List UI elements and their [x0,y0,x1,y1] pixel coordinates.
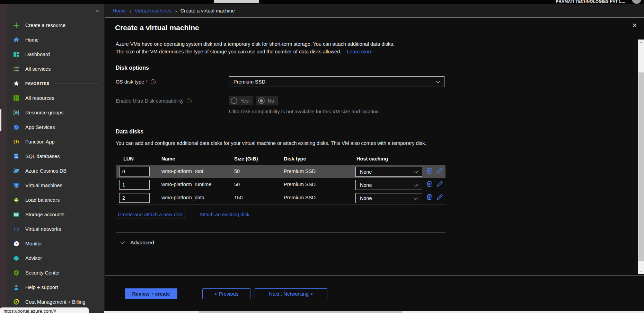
edit-disk-icon[interactable] [436,180,443,188]
sidebar-item-function-app[interactable]: Function App [7,134,104,149]
advanced-toggle[interactable]: Advanced [116,233,445,253]
intro-line-1: Azure VMs have one operating system disk… [116,41,394,47]
host-caching-dropdown[interactable]: None [355,167,422,177]
divider [116,253,445,253]
data-disks-heading: Data disks [116,129,638,135]
dashboard-icon [13,51,19,58]
delete-disk-icon[interactable] [426,193,433,201]
storage-icon [13,211,19,218]
sidebar-item-monitor[interactable]: Monitor [7,236,104,251]
os-disk-type-dropdown[interactable]: Premium SSD [229,76,444,87]
sidebar-item-app-services[interactable]: App Services [7,120,104,134]
attach-existing-disk-link[interactable]: Attach an existing disk [200,212,249,217]
scroll-down-icon[interactable]: ▼ [638,269,644,274]
ultra-disk-no-radio[interactable]: No [256,96,279,105]
sidebar-section-favorites: FAVORITES [7,76,104,91]
sidebar-item-label: Resource groups [25,110,63,115]
lun-input[interactable] [119,167,150,176]
avatar[interactable] [632,0,641,4]
intro-text: Azure VMs have one operating system disk… [116,40,492,55]
disk-options-heading: Disk options [116,65,638,71]
sidebar-item-storage-accounts[interactable]: Storage accounts [7,207,104,222]
star-icon [13,80,19,87]
sidebar-item-label: Help + support [25,285,58,290]
sidebar-item-advisor[interactable]: Advisor [7,251,104,266]
create-vm-blade: Create a virtual machine ✕ Azure VMs hav… [105,17,644,313]
sidebar-item-virtual-networks[interactable]: Virtual networks [7,222,104,236]
grid-icon [13,95,19,101]
sidebar-item-label: Cost Management + Billing [25,299,86,305]
radio-icon [231,97,237,104]
sidebar-item-security-center[interactable]: Security Center [7,266,104,280]
sidebar-item-dashboard[interactable]: Dashboard [7,47,104,62]
host-caching-dropdown[interactable]: None [355,193,422,203]
vm-monitor-icon [13,182,19,189]
status-url-tooltip: https://portal.azure.com/# [0,307,89,313]
sidebar-item-label: Advisor [25,255,42,261]
horizontal-scrollbar[interactable] [104,311,644,313]
sidebar-item-label: Dashboard [25,52,50,57]
vertical-scrollbar[interactable]: ▲ ▼ [638,40,644,274]
previous-button[interactable]: < Previous [202,288,250,299]
delete-disk-icon[interactable] [426,167,433,174]
sidebar-item-load-balancers[interactable]: Load balancers [7,193,104,207]
sidebar-item-azure-cosmos-db[interactable]: Azure Cosmos DB [7,164,104,178]
ultra-disk-yes-radio[interactable]: Yes [229,96,253,105]
sidebar-item-cost-management[interactable]: $ Cost Management + Billing [7,295,104,309]
learn-more-link[interactable]: Learn more [347,49,372,54]
sidebar-item-label: App Services [25,124,55,130]
disk-size: 50 [234,182,240,187]
ultra-disk-label-col: Enable Ultra Disk compatibility i [116,98,229,104]
planet-icon [13,168,19,174]
sidebar-item-help-support[interactable]: Help + support [7,280,104,295]
blade-content: Azure VMs have one operating system disk… [105,40,638,275]
horizontal-scrollbar-thumb[interactable] [199,311,402,313]
list-icon [13,66,19,72]
lun-input[interactable] [119,180,150,190]
edit-disk-icon[interactable] [436,167,443,174]
info-icon[interactable]: i [187,98,192,103]
scrollbar-thumb[interactable] [638,72,644,261]
sidebar-item-label: All services [25,66,51,72]
info-icon[interactable]: i [151,79,156,84]
sidebar-item-sql-databases[interactable]: SQL SQL databases [7,149,104,164]
next-networking-button[interactable]: Next : Networking > [255,288,327,299]
data-disks-description: You can add and configure additional dat… [116,139,440,147]
lun-input[interactable] [119,193,150,203]
sidebar-item-all-resources[interactable]: All resources [7,91,104,105]
column-header-lun: LUN [123,156,134,162]
host-caching-dropdown[interactable]: None [355,180,422,190]
vnet-icon [13,226,19,232]
disk-links-row: Create and attach a new disk Attach an e… [116,211,638,218]
breadcrumb-home-link[interactable]: Home [113,8,126,14]
scroll-up-icon[interactable]: ▲ [638,40,644,45]
sidebar-item-label: Function App [25,139,55,145]
sidebar-item-home[interactable]: Home [7,33,104,47]
edit-disk-icon[interactable] [436,193,443,201]
sidebar-item-create-a-resource[interactable]: Create a resource [7,18,104,33]
breadcrumb: Home › Virtual machines › Create a virtu… [104,4,644,17]
search-box-partial[interactable] [214,0,259,3]
blade-footer: Review + create < Previous Next : Networ… [105,275,644,313]
sidebar-item-all-services[interactable]: All services [7,62,104,76]
sidebar-collapse-button[interactable]: « [96,8,99,14]
create-attach-new-disk-link[interactable]: Create and attach a new disk [116,211,185,218]
close-icon[interactable]: ✕ [632,22,637,29]
cost-ring-icon: $ [13,299,19,305]
chevron-right-icon: › [130,7,131,14]
os-disk-type-label-col: OS disk type* i [116,79,229,85]
breadcrumb-virtual-machines-link[interactable]: Virtual machines [135,8,172,14]
sidebar-item-label: Virtual machines [25,183,62,188]
delete-disk-icon[interactable] [426,180,433,188]
gauge-icon [13,241,19,247]
column-header-name: Name [161,156,175,162]
sidebar-item-virtual-machines[interactable]: Virtual machines [7,178,104,193]
ultra-disk-label: Enable Ultra Disk compatibility [116,98,184,104]
sidebar-nav: Create a resource Home Dashboard All ser… [7,18,104,309]
review-create-button[interactable]: Review + create [125,288,177,299]
svg-text:$: $ [16,301,17,304]
tenant-name: PRAMATI TECHNOLOGIES PVT L... [556,0,625,3]
sidebar-scrollbar-thumb[interactable] [0,109,1,131]
sidebar-item-resource-groups[interactable]: Resource groups [7,105,104,120]
sidebar-item-label: SQL databases [25,154,60,159]
